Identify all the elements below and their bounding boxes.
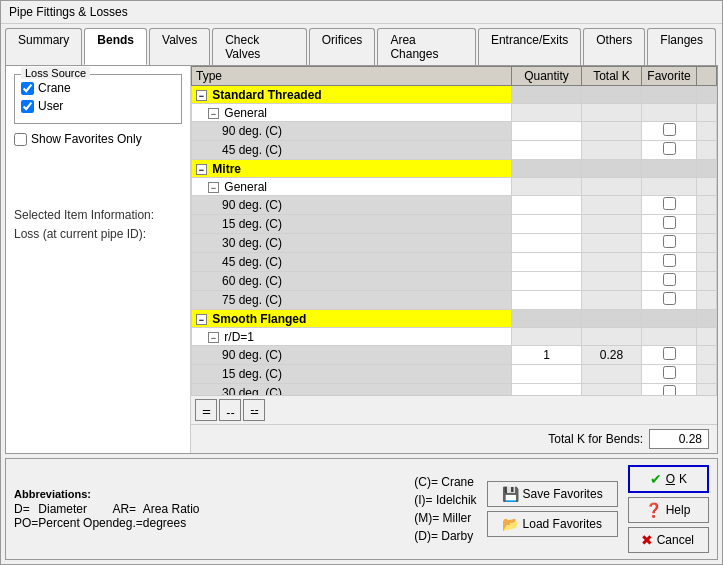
- toolbar-btn-2[interactable]: ⚋: [219, 399, 241, 421]
- table-row[interactable]: − General: [192, 104, 717, 122]
- fav-cell: [642, 122, 697, 141]
- tab-check-valves[interactable]: Check Valves: [212, 28, 307, 65]
- main-content: Loss Source Crane User Show Favorites On…: [5, 65, 718, 454]
- table-row[interactable]: 75 deg. (C): [192, 291, 717, 310]
- qty-input[interactable]: [522, 348, 572, 362]
- load-icon: 📂: [502, 516, 519, 532]
- table-row[interactable]: − r/D=1: [192, 328, 717, 346]
- tab-bends[interactable]: Bends: [84, 28, 147, 65]
- fav-cell: [642, 272, 697, 291]
- qty-input[interactable]: [522, 367, 572, 381]
- cancel-button[interactable]: ✖ Cancel: [628, 527, 709, 553]
- crane-checkbox[interactable]: [21, 82, 34, 95]
- qty-input[interactable]: [522, 143, 572, 157]
- fav-checkbox[interactable]: [663, 216, 676, 229]
- qty-cell[interactable]: [512, 291, 582, 310]
- show-favorites-checkbox[interactable]: [14, 133, 27, 146]
- fav-cell: [642, 215, 697, 234]
- tab-area-changes[interactable]: Area Changes: [377, 28, 476, 65]
- table-row[interactable]: 90 deg. (C): [192, 196, 717, 215]
- tab-valves[interactable]: Valves: [149, 28, 210, 65]
- load-favorites-button[interactable]: 📂 Load Favorites: [487, 511, 618, 537]
- tree-table[interactable]: Type Quantity Total K Favorite −: [191, 66, 717, 395]
- item-15deg-smooth: 15 deg. (C): [192, 365, 512, 384]
- qty-cell[interactable]: [512, 234, 582, 253]
- table-row[interactable]: 30 deg. (C): [192, 234, 717, 253]
- table-row[interactable]: − Mitre: [192, 160, 717, 178]
- table-row[interactable]: 45 deg. (C): [192, 141, 717, 160]
- expand-icon[interactable]: −: [208, 182, 219, 193]
- expand-icon[interactable]: −: [208, 332, 219, 343]
- qty-input[interactable]: [522, 236, 572, 250]
- fav-checkbox[interactable]: [663, 123, 676, 136]
- expand-icon[interactable]: −: [208, 108, 219, 119]
- fav-checkbox[interactable]: [663, 235, 676, 248]
- abbrev-po-short: PO=: [14, 516, 38, 530]
- qty-input[interactable]: [522, 255, 572, 269]
- user-checkbox[interactable]: [21, 100, 34, 113]
- fav-checkbox[interactable]: [663, 142, 676, 155]
- tab-orifices[interactable]: Orifices: [309, 28, 376, 65]
- qty-input[interactable]: [522, 293, 572, 307]
- tab-flanges[interactable]: Flanges: [647, 28, 716, 65]
- item-45deg-std: 45 deg. (C): [192, 141, 512, 160]
- save-favorites-button[interactable]: 💾 Save Favorites: [487, 481, 618, 507]
- expand-icon[interactable]: −: [196, 314, 207, 325]
- fav-checkbox[interactable]: [663, 385, 676, 395]
- qty-input[interactable]: [522, 124, 572, 138]
- selected-item-label: Selected Item Information:: [14, 206, 182, 225]
- fav-checkbox[interactable]: [663, 197, 676, 210]
- table-row[interactable]: − General: [192, 178, 717, 196]
- table-row[interactable]: 15 deg. (C): [192, 215, 717, 234]
- bottom-panel: Abbreviations: D= Diameter AR= Area Rati…: [5, 458, 718, 560]
- selected-item-info: Selected Item Information: Loss (at curr…: [14, 206, 182, 244]
- item-90deg-mitre: 90 deg. (C): [192, 196, 512, 215]
- tab-summary[interactable]: Summary: [5, 28, 82, 65]
- ok-button[interactable]: ✔ OK: [628, 465, 709, 493]
- table-row[interactable]: − Standard Threaded: [192, 86, 717, 104]
- table-row[interactable]: 90 deg. (C): [192, 122, 717, 141]
- help-button[interactable]: ❓ Help: [628, 497, 709, 523]
- totk-cell: [582, 160, 642, 178]
- fav-checkbox[interactable]: [663, 366, 676, 379]
- qty-input[interactable]: [522, 198, 572, 212]
- qty-cell[interactable]: [512, 346, 582, 365]
- expand-icon[interactable]: −: [196, 164, 207, 175]
- qty-cell[interactable]: [512, 141, 582, 160]
- table-row[interactable]: 15 deg. (C): [192, 365, 717, 384]
- fav-checkbox[interactable]: [663, 347, 676, 360]
- qty-cell[interactable]: [512, 122, 582, 141]
- qty-cell: [512, 178, 582, 196]
- table-row[interactable]: 30 deg. (C): [192, 384, 717, 396]
- table-row[interactable]: 90 deg. (C) 0.28: [192, 346, 717, 365]
- total-k-value[interactable]: [649, 429, 709, 449]
- fav-checkbox[interactable]: [663, 254, 676, 267]
- extra-cell: [697, 104, 717, 122]
- window-title: Pipe Fittings & Losses: [9, 5, 128, 19]
- table-row[interactable]: 45 deg. (C): [192, 253, 717, 272]
- qty-input[interactable]: [522, 217, 572, 231]
- qty-cell[interactable]: [512, 272, 582, 291]
- qty-cell[interactable]: [512, 215, 582, 234]
- qty-input[interactable]: [522, 386, 572, 395]
- table-row[interactable]: − Smooth Flanged: [192, 310, 717, 328]
- subcategory-rd1: − r/D=1: [192, 328, 512, 346]
- table-row[interactable]: 60 deg. (C): [192, 272, 717, 291]
- fav-checkbox[interactable]: [663, 292, 676, 305]
- expand-icon[interactable]: −: [196, 90, 207, 101]
- qty-cell[interactable]: [512, 196, 582, 215]
- qty-input[interactable]: [522, 274, 572, 288]
- qty-cell[interactable]: [512, 253, 582, 272]
- toolbar-btn-1[interactable]: ⚌: [195, 399, 217, 421]
- toolbar-btn-3[interactable]: ⚍: [243, 399, 265, 421]
- tab-others[interactable]: Others: [583, 28, 645, 65]
- fav-checkbox[interactable]: [663, 273, 676, 286]
- loss-source-title: Loss Source: [21, 67, 90, 79]
- extra-cell: [697, 141, 717, 160]
- ok-label: O: [666, 472, 675, 486]
- qty-cell[interactable]: [512, 365, 582, 384]
- tab-entrance-exits[interactable]: Entrance/Exits: [478, 28, 581, 65]
- qty-cell[interactable]: [512, 384, 582, 396]
- totk-cell: 0.28: [582, 346, 642, 365]
- totk-cell: [582, 104, 642, 122]
